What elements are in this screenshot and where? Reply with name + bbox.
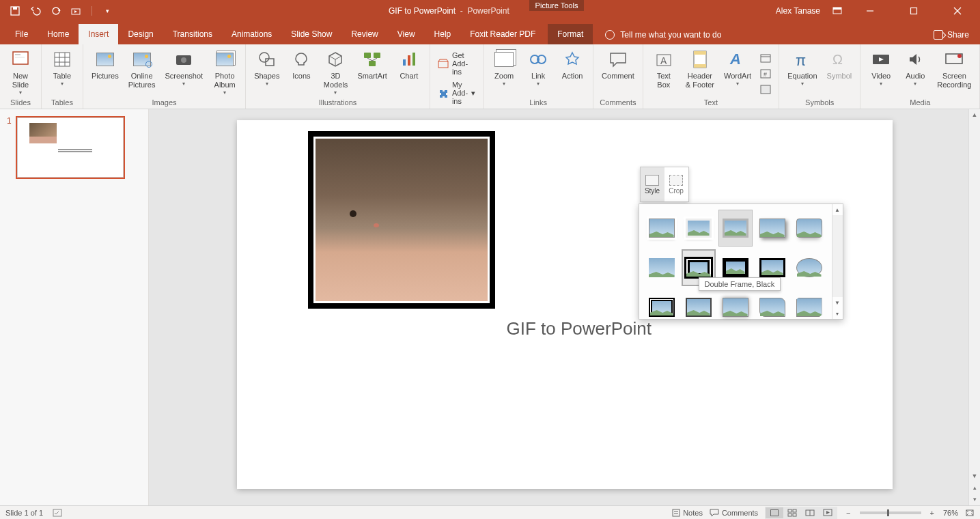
- slide-counter[interactable]: Slide 1 of 1: [5, 509, 43, 517]
- scroll-down-button[interactable]: ▼: [969, 471, 980, 482]
- chart-button[interactable]: Chart: [394, 47, 424, 82]
- comment-button[interactable]: Comment: [599, 47, 637, 82]
- text-box-button[interactable]: AText Box: [649, 47, 679, 91]
- zoom-level[interactable]: 76%: [943, 509, 958, 517]
- tab-design[interactable]: Design: [118, 24, 163, 44]
- tab-review[interactable]: Review: [341, 24, 387, 44]
- start-from-beginning-icon[interactable]: [71, 5, 82, 16]
- action-button[interactable]: Action: [557, 47, 587, 82]
- tab-home[interactable]: Home: [38, 24, 79, 44]
- slide-sorter-view-button[interactable]: [783, 507, 801, 518]
- slide-number-button[interactable]: #: [758, 67, 773, 81]
- mini-crop-button[interactable]: Crop: [664, 167, 688, 201]
- minimize-button[interactable]: [854, 0, 886, 22]
- table-button[interactable]: Table▾: [47, 47, 77, 88]
- next-slide-button[interactable]: ▾: [969, 494, 980, 505]
- date-time-button[interactable]: [758, 51, 773, 65]
- share-icon: [934, 30, 943, 40]
- maximize-button[interactable]: [898, 0, 929, 22]
- equation-button[interactable]: πEquation▾: [785, 47, 820, 88]
- normal-view-button[interactable]: [766, 507, 783, 518]
- style-snip-diagonal[interactable]: [792, 289, 826, 326]
- style-soft-edge[interactable]: [645, 249, 679, 286]
- tab-animations[interactable]: Animations: [222, 24, 281, 44]
- undo-icon[interactable]: [30, 5, 41, 16]
- slide-thumbnail-1[interactable]: [16, 116, 125, 179]
- icons-button[interactable]: Icons: [286, 47, 316, 82]
- gallery-more-button[interactable]: ▾: [832, 308, 843, 319]
- tab-view[interactable]: View: [388, 24, 425, 44]
- style-moderate-frame[interactable]: [682, 289, 716, 326]
- save-icon[interactable]: [10, 5, 20, 16]
- tab-file[interactable]: File: [5, 24, 38, 44]
- qat-customize-icon[interactable]: ▾: [102, 5, 113, 16]
- window-title: GIF to PowerPoint - PowerPoint: [122, 6, 776, 16]
- redo-icon[interactable]: [51, 5, 61, 16]
- zoom-button[interactable]: Zoom▾: [489, 47, 519, 88]
- reading-view-button[interactable]: [801, 507, 819, 518]
- slide-title-text[interactable]: GIF to PowerPoint: [507, 318, 652, 339]
- mini-style-button[interactable]: Style: [641, 167, 664, 201]
- shapes-button[interactable]: Shapes▾: [251, 47, 282, 88]
- style-reflected-rounded[interactable]: [792, 210, 826, 247]
- screen-recording-icon: [943, 48, 965, 70]
- style-simple-frame-white[interactable]: [645, 210, 679, 247]
- tab-format[interactable]: Format: [548, 24, 593, 44]
- header-footer-button[interactable]: Header & Footer: [683, 47, 717, 91]
- photo-album-button[interactable]: Photo Album▾: [210, 47, 240, 97]
- tell-me-search[interactable]: Tell me what you want to do: [605, 25, 721, 44]
- svg-rect-30: [438, 61, 448, 68]
- style-rounded-diagonal[interactable]: [755, 289, 789, 326]
- screenshot-button[interactable]: Screenshot▾: [163, 47, 206, 88]
- new-slide-button[interactable]: New Slide▾: [5, 47, 36, 97]
- symbol-button[interactable]: ΩSymbol: [824, 47, 855, 82]
- tab-insert[interactable]: Insert: [79, 24, 118, 44]
- smartart-button[interactable]: SmartArt: [354, 47, 389, 82]
- ribbon-display-options-icon[interactable]: [832, 7, 842, 15]
- style-compound-frame[interactable]: [645, 289, 679, 326]
- svg-rect-11: [15, 54, 20, 55]
- audio-button[interactable]: Audio▾: [900, 47, 930, 88]
- slide-edit-area[interactable]: GIF to PowerPoint Style Crop: [149, 109, 980, 505]
- user-name[interactable]: Alex Tanase: [776, 6, 820, 16]
- prev-slide-button[interactable]: ▴: [969, 482, 980, 494]
- share-button[interactable]: Share: [947, 30, 969, 40]
- style-drop-shadow[interactable]: [755, 210, 789, 247]
- thumbnail-number: 1: [7, 116, 12, 179]
- gallery-scroll-down[interactable]: ▼: [832, 297, 843, 308]
- scroll-up-button[interactable]: ▲: [969, 109, 980, 121]
- video-button[interactable]: Video▾: [866, 47, 896, 88]
- link-button[interactable]: Link▾: [523, 47, 553, 88]
- style-center-shadow[interactable]: [718, 289, 753, 326]
- gallery-scrollbar[interactable]: [832, 215, 843, 297]
- 3d-models-button[interactable]: 3D Models▾: [320, 47, 350, 97]
- inserted-picture[interactable]: [308, 131, 495, 309]
- comments-button[interactable]: Comments: [710, 509, 758, 517]
- get-addins-button[interactable]: Get Add-ins: [436, 50, 477, 77]
- screen-recording-button[interactable]: Screen Recording: [934, 47, 974, 91]
- wordart-button[interactable]: AWordArt▾: [721, 47, 754, 88]
- tab-slideshow[interactable]: Slide Show: [281, 24, 341, 44]
- object-button[interactable]: [758, 83, 773, 96]
- zoom-slider[interactable]: [860, 511, 921, 514]
- zoom-in-button[interactable]: +: [928, 509, 936, 517]
- tab-foxit[interactable]: Foxit Reader PDF: [460, 24, 545, 44]
- slideshow-view-button[interactable]: [819, 507, 837, 518]
- style-beveled-matte[interactable]: [682, 210, 716, 247]
- close-button[interactable]: [942, 0, 973, 22]
- my-addins-button[interactable]: My Add-ins ▾: [436, 79, 477, 107]
- zoom-out-button[interactable]: −: [844, 509, 852, 517]
- style-metal-frame[interactable]: [718, 210, 753, 247]
- slide-canvas[interactable]: GIF to PowerPoint Style Crop: [237, 120, 893, 489]
- tab-help[interactable]: Help: [425, 24, 461, 44]
- style-beveled-oval[interactable]: [792, 249, 826, 286]
- tab-transitions[interactable]: Transitions: [163, 24, 222, 44]
- notes-button[interactable]: Notes: [672, 509, 703, 517]
- spellcheck-icon[interactable]: [53, 509, 64, 517]
- online-pictures-button[interactable]: Online Pictures: [126, 47, 158, 91]
- gallery-scroll-up[interactable]: ▲: [832, 204, 843, 215]
- svg-rect-54: [793, 509, 796, 512]
- pictures-button[interactable]: Pictures: [89, 47, 122, 82]
- fit-to-window-button[interactable]: [965, 509, 975, 517]
- slide-thumbnail-pane[interactable]: 1: [0, 109, 149, 505]
